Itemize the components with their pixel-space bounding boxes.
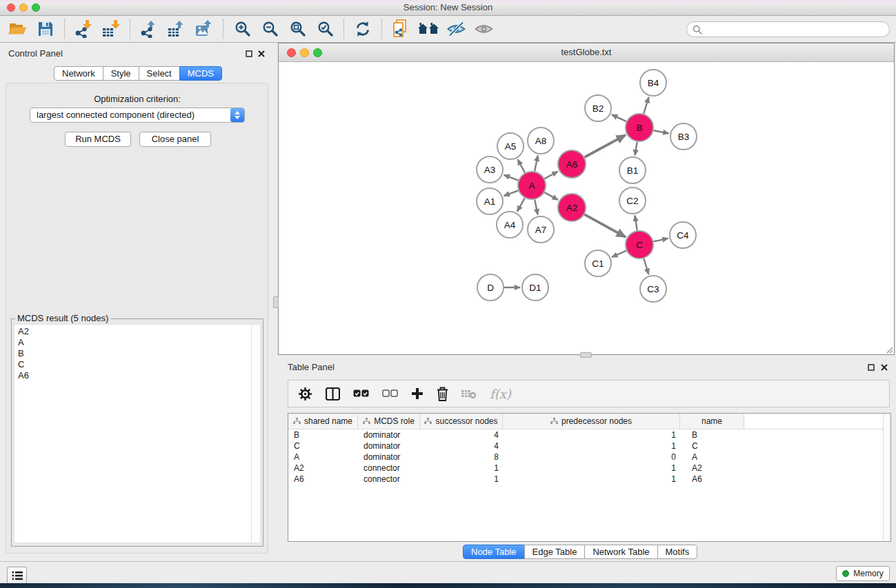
tab-edge-table[interactable]: Edge Table — [524, 545, 586, 559]
tab-select[interactable]: Select — [139, 66, 180, 81]
import-table-button[interactable] — [97, 17, 125, 41]
column-settings-button[interactable] — [298, 387, 312, 401]
task-history-button[interactable] — [7, 567, 27, 584]
edge-A2-C[interactable] — [584, 214, 626, 237]
zoom-selected-button[interactable] — [311, 17, 339, 41]
column-header-name[interactable]: name — [680, 414, 744, 429]
zoom-fit-button[interactable] — [283, 17, 311, 41]
node-A[interactable]: A — [518, 172, 546, 199]
node-B3[interactable]: B3 — [670, 123, 697, 150]
edge-C-C4[interactable] — [654, 239, 668, 242]
home-views-button[interactable] — [415, 17, 442, 41]
edge-A-A7[interactable] — [535, 200, 537, 215]
edge-A-A2[interactable] — [544, 192, 558, 200]
table-row[interactable]: Cdominator41C — [288, 440, 890, 452]
node-D[interactable]: D — [477, 274, 504, 301]
node-A8[interactable]: A8 — [528, 128, 554, 154]
float-table-panel-icon[interactable] — [868, 364, 875, 371]
edge-B-B1[interactable] — [635, 142, 637, 156]
refresh-layout-button[interactable] — [349, 17, 377, 41]
criterion-select[interactable]: largest connected component (directed) — [30, 108, 245, 123]
column-header-shared-name[interactable]: shared name — [288, 414, 358, 429]
export-table-button[interactable] — [163, 17, 190, 41]
edge-A-A4[interactable] — [517, 198, 525, 212]
node-D1[interactable]: D1 — [522, 274, 548, 301]
edge-A-A1[interactable] — [504, 190, 519, 196]
table-row[interactable]: A2connector11A2 — [288, 463, 890, 474]
export-network-button[interactable] — [135, 17, 163, 41]
delete-row-button[interactable] — [437, 387, 448, 401]
network-canvas[interactable]: AA1A2A3A4A5A6A7A8BB1B2B3B4CC1C2C3C4DD1 — [279, 61, 894, 354]
deselect-all-button[interactable] — [382, 389, 398, 398]
tab-style[interactable]: Style — [103, 66, 139, 81]
mcds-result-item[interactable]: C — [14, 359, 252, 370]
node-A5[interactable]: A5 — [497, 133, 524, 159]
edge-A-A8[interactable] — [535, 156, 538, 172]
mcds-result-scrollbar[interactable] — [251, 324, 261, 543]
save-session-button[interactable] — [32, 17, 59, 41]
table-row[interactable]: Adominator80A — [288, 452, 890, 463]
tab-mcds[interactable]: MCDS — [179, 66, 222, 81]
edge-C-C2[interactable] — [635, 216, 637, 231]
delete-table-button[interactable] — [461, 388, 477, 399]
node-C[interactable]: C — [626, 231, 653, 258]
edge-C-C3[interactable] — [644, 258, 648, 274]
node-A2[interactable]: A2 — [558, 194, 586, 221]
node-A4[interactable]: A4 — [497, 212, 523, 238]
node-C4[interactable]: C4 — [670, 222, 696, 248]
node-B4[interactable]: B4 — [640, 70, 666, 96]
splitter-handle-left[interactable] — [273, 296, 279, 308]
node-A7[interactable]: A7 — [528, 216, 554, 243]
node-A6[interactable]: A6 — [558, 150, 586, 178]
column-header-mcds-role[interactable]: MCDS role — [358, 414, 420, 429]
edge-B-B2[interactable] — [612, 114, 626, 121]
run-mcds-button[interactable]: Run MCDS — [65, 132, 131, 147]
network-graph[interactable]: AA1A2A3A4A5A6A7A8BB1B2B3B4CC1C2C3C4DD1 — [279, 61, 894, 354]
tab-node-table[interactable]: Node Table — [463, 545, 525, 559]
node-B[interactable]: B — [626, 114, 653, 141]
memory-button[interactable]: Memory — [836, 566, 890, 581]
table-row[interactable]: Bdominator41B — [288, 429, 890, 440]
node-C2[interactable]: C2 — [619, 187, 646, 214]
import-network-button[interactable] — [70, 17, 97, 41]
mcds-result-item[interactable]: A6 — [14, 370, 252, 381]
mcds-result-item[interactable]: B — [14, 348, 252, 359]
mcds-result-item[interactable]: A2 — [14, 326, 252, 337]
select-all-button[interactable] — [353, 389, 369, 398]
edge-A6-B[interactable] — [585, 135, 626, 157]
window-resize-grip[interactable] — [885, 345, 893, 354]
column-header-successor-nodes[interactable]: successor nodes — [420, 414, 503, 429]
splitter-handle-bottom[interactable] — [580, 352, 592, 358]
node-A1[interactable]: A1 — [477, 188, 503, 214]
node-C3[interactable]: C3 — [640, 276, 666, 302]
edge-C-C1[interactable] — [612, 251, 626, 257]
close-panel-icon[interactable] — [258, 50, 265, 57]
open-session-button[interactable] — [4, 17, 32, 41]
node-B1[interactable]: B1 — [619, 157, 646, 183]
add-row-button[interactable] — [411, 387, 424, 400]
export-image-button[interactable] — [190, 17, 218, 41]
edge-B-B3[interactable] — [654, 130, 669, 133]
edge-A-A3[interactable] — [504, 175, 519, 181]
new-session-from-network-button[interactable] — [387, 17, 415, 41]
function-builder-button[interactable]: f(x) — [490, 387, 511, 401]
toggle-panes-button[interactable] — [326, 387, 340, 401]
node-A3[interactable]: A3 — [477, 156, 503, 183]
show-graphics-details-button[interactable] — [470, 17, 497, 41]
search-input[interactable] — [706, 21, 889, 37]
zoom-in-button[interactable] — [228, 17, 256, 41]
column-header-predecessor-nodes[interactable]: predecessor nodes — [503, 414, 680, 429]
zoom-out-button[interactable] — [256, 17, 283, 41]
hide-graphics-details-button[interactable] — [442, 17, 470, 41]
tab-network[interactable]: Network — [54, 66, 103, 81]
tab-network-table[interactable]: Network Table — [584, 545, 657, 559]
node-B2[interactable]: B2 — [585, 95, 611, 121]
edge-B-B4[interactable] — [644, 97, 648, 114]
search-box[interactable] — [686, 21, 890, 37]
table-scrollbar[interactable] — [883, 414, 890, 541]
table-row[interactable]: A6connector11A6 — [288, 474, 890, 485]
float-panel-icon[interactable] — [246, 50, 252, 57]
close-panel-button[interactable]: Close panel — [139, 132, 211, 147]
mcds-result-item[interactable]: A — [14, 337, 252, 348]
edge-A-A6[interactable] — [545, 172, 558, 179]
